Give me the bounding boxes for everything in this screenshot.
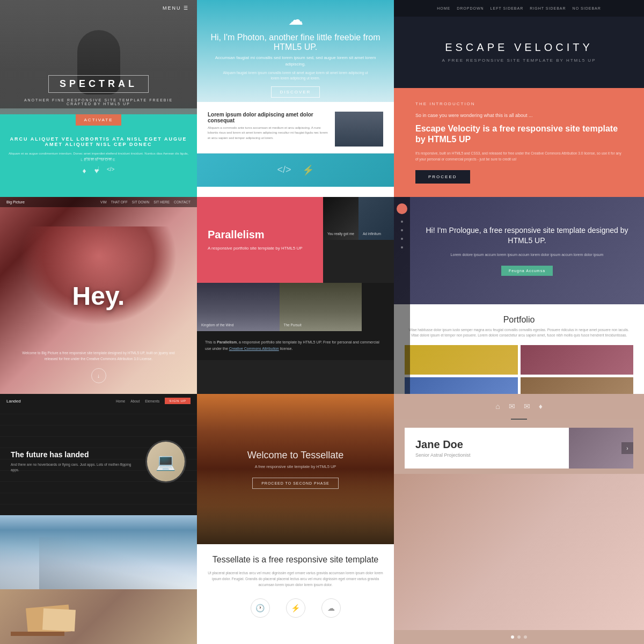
prologue-sidebar bbox=[394, 197, 410, 394]
nav-home[interactable]: HOME bbox=[437, 6, 450, 10]
escape-intro-section: THE INTRODUCTION So in case you were won… bbox=[394, 88, 644, 197]
tessellate-white-section: Tessellate is a free responsive site tem… bbox=[197, 544, 394, 644]
prologue-portfolio: Portfolio Vitae habitusse dolor ipsum iu… bbox=[394, 304, 644, 394]
bigpicture-section: Big Picture VIM THAT OFF SIT DOWN SIT HE… bbox=[0, 197, 197, 394]
prologue-hero: Hi! I'm Prologue, a free responsive site… bbox=[394, 197, 644, 304]
landed-laptop-icon: 💻 bbox=[145, 440, 186, 483]
parallelism-desc-text: This is Parallelism, a responsive portfo… bbox=[205, 339, 386, 352]
parallelism-subtitle: A responsive portfolio site template by … bbox=[208, 245, 312, 252]
parallelism-top-grid: You really got me Ad infinitum bbox=[323, 197, 394, 283]
envelope-icon-2[interactable]: ✉ bbox=[524, 402, 530, 411]
prologue-section: Hi! I'm Prologue, a free responsive site… bbox=[394, 197, 644, 394]
astral-next-arrow[interactable]: › bbox=[621, 442, 633, 454]
prologue-portfolio-img-3 bbox=[405, 377, 518, 394]
parallelism-img-2: Ad infinitum bbox=[358, 197, 394, 240]
tessellate-title: Welcome to Tessellate bbox=[247, 450, 343, 461]
astral-dot-3[interactable] bbox=[524, 635, 527, 639]
bigpicture-scroll-arrow[interactable]: ↓ bbox=[91, 368, 106, 383]
nav-right-sidebar[interactable]: RIGHT SIDEBAR bbox=[530, 6, 566, 10]
bolt-icon: ⚡ bbox=[286, 598, 305, 618]
tessellate-icons-row: 🕐 ⚡ ☁ bbox=[251, 598, 341, 618]
prologue-nav-dot-2[interactable] bbox=[401, 229, 403, 231]
landed-hero-desc: And there are no hoverboards or flying c… bbox=[11, 462, 135, 473]
nav-left-sidebar[interactable]: LEFT SIDEBAR bbox=[491, 6, 524, 10]
astral-section: ⌂ ✉ ✉ ♦ Jane Doe Senior Astral Projectio… bbox=[394, 394, 644, 644]
laptop-icon: 💻 bbox=[156, 452, 175, 471]
landed-books-section bbox=[0, 589, 197, 644]
astral-dot-1[interactable] bbox=[511, 635, 514, 639]
home-icon[interactable]: ⌂ bbox=[495, 402, 500, 411]
parallelism-img-5 bbox=[362, 283, 394, 331]
photon-section: ☁ Hi, I'm Photon, another fine little fr… bbox=[197, 0, 394, 197]
photon-teal-banner: </> ⚡ bbox=[197, 153, 394, 187]
diamond-icon-astral[interactable]: ♦ bbox=[539, 402, 543, 411]
photon-discover-button[interactable]: DISCOVER bbox=[271, 86, 320, 98]
envelope-icon-1[interactable]: ✉ bbox=[509, 402, 515, 411]
nav-dropdown[interactable]: DROPDOWN bbox=[457, 6, 484, 10]
parallelism-img3-label: Kingdom of the Wind bbox=[201, 323, 233, 327]
bigpicture-nav: Big Picture VIM THAT OFF SIT DOWN SIT HE… bbox=[0, 197, 197, 207]
parallelism-section: Parallelism A responsive portfolio site … bbox=[197, 197, 394, 394]
tessellate-clock-item: 🕐 bbox=[251, 598, 270, 618]
astral-jane-name: Jane Doe bbox=[415, 438, 558, 451]
prologue-small-text: Lorem dolore ipsum accum lorem ipsum acc… bbox=[451, 252, 604, 258]
parallelism-top: Parallelism A responsive portfolio site … bbox=[197, 197, 394, 283]
nav-vim[interactable]: VIM bbox=[100, 200, 107, 204]
photon-subtitle: Accumsan faugiat mi convallis sed lorem … bbox=[213, 55, 378, 68]
prologue-portfolio-img-4 bbox=[521, 377, 634, 394]
landed-nav-elements[interactable]: Elements bbox=[145, 399, 159, 403]
parallelism-img-4: The Pursuit bbox=[280, 283, 362, 331]
tessellate-hero: Welcome to Tessellate A free responsive … bbox=[197, 394, 394, 544]
landed-mountain-section: What I Do Lorem ipsum dolor sit amet con… bbox=[0, 515, 197, 589]
photon-white-section: Lorem ipsum dolor adipiscing amet dolor … bbox=[197, 102, 394, 197]
landed-nav: Landed Home About Elements Sign up bbox=[0, 394, 197, 408]
photon-title: Hi, I'm Photon, another fine little free… bbox=[208, 33, 383, 52]
astral-dot-2[interactable] bbox=[517, 635, 521, 639]
photon-card-1: Lorem ipsum dolor adipiscing amet dolor … bbox=[197, 102, 394, 153]
prologue-portfolio-title: Portfolio bbox=[405, 315, 633, 325]
prologue-nav-dot-1[interactable] bbox=[401, 221, 403, 223]
prologue-cta-button[interactable]: Feugna Accumsa bbox=[501, 266, 553, 276]
nav-contact[interactable]: CONTACT bbox=[174, 200, 191, 204]
landed-nav-about[interactable]: About bbox=[130, 399, 140, 403]
spectral-section: MENU ☰ SPECTRAL ANOTHER FINE RESPONSIVE … bbox=[0, 0, 197, 197]
tessellate-white-text: Ut placerat placerat lectus arcu vel mun… bbox=[208, 570, 383, 588]
astral-card-left: Jane Doe Senior Astral Projectionist bbox=[405, 428, 569, 469]
astral-nav-indicator bbox=[394, 419, 644, 422]
parallelism-intro: Parallelism A responsive portfolio site … bbox=[197, 197, 323, 283]
parallelism-img4-label: The Pursuit bbox=[284, 323, 302, 327]
photon-card1-image bbox=[335, 112, 383, 147]
nav-sit-down[interactable]: SIT DOWN bbox=[132, 200, 149, 204]
tessellate-cta-button[interactable]: Proceed to second phase bbox=[252, 478, 339, 489]
prologue-portfolio-grid bbox=[405, 345, 633, 394]
escape-proceed-button[interactable]: PROCEED bbox=[415, 170, 470, 184]
nav-that-off[interactable]: THAT OFF bbox=[111, 200, 128, 204]
prologue-nav-dot-4[interactable] bbox=[401, 246, 403, 248]
cloud-icon: ☁ bbox=[288, 11, 303, 28]
prologue-nav-dot-3[interactable] bbox=[401, 238, 403, 240]
landed-nav-home[interactable]: Home bbox=[116, 399, 125, 403]
landed-hero-title: The future has landed bbox=[11, 450, 135, 459]
landed-hero: The future has landed And there are no h… bbox=[0, 408, 197, 515]
photon-card-2: Lorem ipsum dolor adipiscing amet dolor … bbox=[197, 187, 394, 197]
bigpicture-caption: Welcome to Big Picture a free responsive… bbox=[0, 350, 197, 362]
spectral-menu[interactable]: MENU ☰ bbox=[163, 5, 189, 11]
nav-sit-here[interactable]: SIT HERE bbox=[153, 200, 170, 204]
parallelism-description: This is Parallelism, a responsive portfo… bbox=[197, 331, 394, 360]
cloud-icon-tess: ☁ bbox=[321, 598, 341, 618]
escape-intro-label: THE INTRODUCTION bbox=[415, 101, 623, 106]
spectral-activate-button[interactable]: ACTIVATE bbox=[76, 114, 122, 126]
astral-nav-icons: ⌂ ✉ ✉ ♦ bbox=[394, 394, 644, 419]
landed-nav-links: Home About Elements Sign up bbox=[116, 398, 191, 404]
landed-signup-button[interactable]: Sign up bbox=[165, 398, 191, 404]
escape-title: ESCAPE VELOCITY bbox=[445, 41, 593, 54]
parallelism-row2: Kingdom of the Wind The Pursuit bbox=[197, 283, 394, 331]
prologue-portfolio-img-2 bbox=[521, 345, 634, 375]
landed-hero-text: The future has landed And there are no h… bbox=[11, 450, 135, 473]
nav-no-sidebar[interactable]: NO SIDEBAR bbox=[573, 6, 601, 10]
parallelism-cc-link[interactable]: Creative Commons Attribution bbox=[229, 347, 279, 350]
tessellate-cloud-item: ☁ bbox=[321, 598, 341, 618]
tessellate-subtitle: A free responsive site template by HTML5… bbox=[247, 464, 343, 469]
prologue-title: Hi! I'm Prologue, a free responsive site… bbox=[421, 225, 633, 246]
photon-card1-text: Aliquam a commodo ante turcs accumsan et… bbox=[208, 126, 330, 141]
